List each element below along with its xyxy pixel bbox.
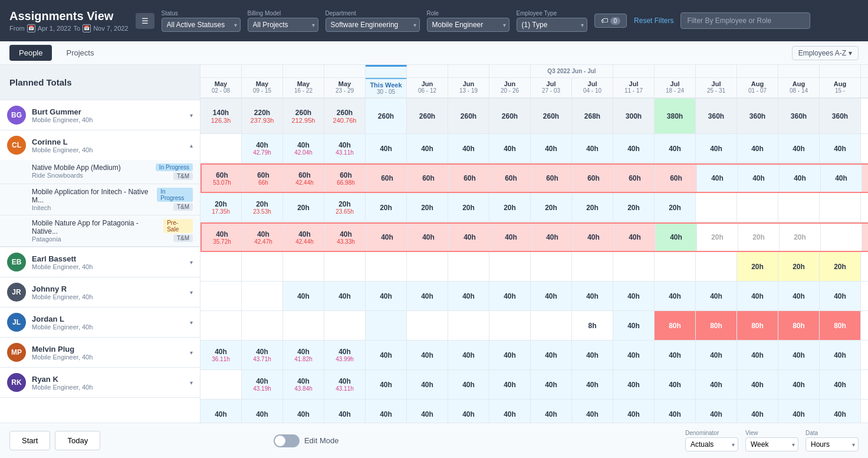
start-button[interactable]: Start bbox=[9, 431, 50, 450]
footer-buttons: Start Today bbox=[9, 431, 100, 450]
employee-info-melvin: Melvin Plug Mobile Engineer, 40h bbox=[32, 345, 190, 361]
role-dropdown-group: Role Mobile Engineer bbox=[427, 10, 509, 32]
burt-cell-12: 40h bbox=[655, 134, 696, 163]
total-cell-13: 360h bbox=[696, 99, 737, 133]
role-dropdown-wrapper: Mobile Engineer bbox=[427, 18, 509, 32]
earl-cell-5: 40h bbox=[366, 282, 407, 310]
employee-melvin-main[interactable]: MP Melvin Plug Mobile Engineer, 40h ▾ bbox=[0, 338, 200, 367]
employee-type-select[interactable]: (1) Type bbox=[517, 18, 587, 32]
project-company-initech: Initech bbox=[32, 204, 157, 211]
earl-cell-6: 40h bbox=[407, 282, 448, 310]
initech-cell-16 bbox=[821, 224, 862, 251]
role-select[interactable]: Mobile Engineer bbox=[427, 18, 509, 32]
total-cell-15: 360h bbox=[778, 99, 820, 133]
employee-row-jordan: JL Jordan L Mobile Engineer, 40h ▾ bbox=[0, 307, 200, 338]
employee-corinne-main[interactable]: CL Corinne L Mobile Engineer, 40h ▴ bbox=[0, 130, 200, 160]
earl-cell-4: 40h bbox=[324, 282, 366, 310]
reset-filters-button[interactable]: Reset Filters bbox=[634, 17, 673, 25]
jordan-cell-14: 40h bbox=[737, 341, 778, 369]
corinne-cell-1: 60h53.07h bbox=[202, 165, 243, 192]
native-cell-12: 20h bbox=[655, 193, 696, 222]
johnny-cell-10: 8h bbox=[572, 311, 613, 340]
initech-cell-12: 40h bbox=[656, 224, 697, 251]
corinne-cell-10: 60h bbox=[573, 165, 614, 192]
status-label: Status bbox=[162, 10, 241, 17]
project-name-native-mobile: Native Mobile App (Medium) bbox=[32, 163, 121, 172]
johnny-cell-16: 80h bbox=[820, 311, 861, 340]
avatar-corinne: CL bbox=[7, 136, 26, 155]
patagonia-cell-2 bbox=[242, 252, 283, 281]
q3-label: Q3 2022 Jun - Jul bbox=[531, 65, 613, 77]
tags-button[interactable]: 🏷 0 bbox=[594, 14, 627, 28]
employee-burt-main[interactable]: BG Burt Gummer Mobile Engineer, 40h ▾ bbox=[0, 100, 200, 130]
sort-button[interactable]: Employees A-Z ▾ bbox=[792, 46, 859, 60]
initech-cell-13: 20h bbox=[697, 224, 738, 251]
employee-role-corinne: Mobile Engineer, 40h bbox=[32, 146, 190, 153]
ryan-cell-2: 40h bbox=[242, 400, 283, 423]
melvin-cell-7: 40h bbox=[448, 370, 489, 399]
johnny-cell-12: 80h bbox=[655, 311, 696, 340]
billing-select[interactable]: All Projects bbox=[248, 18, 318, 32]
tab-projects[interactable]: Projects bbox=[57, 45, 103, 61]
native-cell-9: 20h bbox=[531, 193, 572, 222]
employee-jordan-main[interactable]: JL Jordan L Mobile Engineer, 40h ▾ bbox=[0, 307, 200, 337]
initech-cell-1: 40h35.72h bbox=[202, 224, 243, 251]
employee-earl-main[interactable]: EB Earl Bassett Mobile Engineer, 40h ▾ bbox=[0, 247, 200, 277]
native-cell-10: 20h bbox=[572, 193, 613, 222]
status-select[interactable]: All Active Statuses bbox=[162, 18, 241, 32]
denominator-label: Denominator bbox=[685, 430, 738, 436]
jordan-cell-8: 40h bbox=[489, 341, 531, 369]
ryan-cell-13: 40h bbox=[696, 400, 737, 423]
department-select[interactable]: Software Engineering bbox=[326, 18, 420, 32]
employee-row-corinne: CL Corinne L Mobile Engineer, 40h ▴ Nati… bbox=[0, 130, 200, 247]
burt-cell-7: 40h bbox=[448, 134, 489, 163]
employee-ryan-main[interactable]: RK Ryan K Mobile Engineer, 40h ▾ bbox=[0, 368, 200, 397]
jordan-cell-2: 40h43.71h bbox=[242, 341, 283, 369]
initech-cell-3: 40h42.44h bbox=[284, 224, 326, 251]
col-header-jul-1: Jul27 - 03 bbox=[531, 78, 572, 97]
native-cell-16 bbox=[820, 193, 861, 222]
project-name-patagonia: Mobile Nature App for Patagonia - Native… bbox=[32, 219, 163, 235]
patagonia-cell-3 bbox=[283, 252, 324, 281]
employee-info-johnny: Johnny R Mobile Engineer, 40h bbox=[32, 284, 190, 300]
data-row-native-mobile: 20h17.35h 20h23.53h 20h 20h23.65h 20h 20… bbox=[200, 193, 868, 223]
tab-people[interactable]: People bbox=[9, 45, 52, 61]
filter-button[interactable]: ☰ bbox=[136, 13, 154, 29]
melvin-cell-14: 40h bbox=[737, 370, 778, 399]
earl-cell-2 bbox=[242, 282, 283, 310]
total-cell-12: 380h bbox=[655, 99, 696, 133]
quarter-header-row: Q3 2022 Jun - Jul bbox=[200, 65, 868, 78]
from-label: From bbox=[9, 25, 25, 32]
melvin-cell-2: 40h43.19h bbox=[242, 370, 283, 399]
jordan-cell-9: 40h bbox=[531, 341, 572, 369]
employee-johnny-main[interactable]: JR Johnny R Mobile Engineer, 40h ▾ bbox=[0, 277, 200, 307]
denominator-select[interactable]: Actuals bbox=[685, 437, 738, 452]
q-empty-11 bbox=[737, 65, 778, 77]
johnny-cell-8 bbox=[489, 311, 531, 340]
project-row-initech: Mobile Application for Initech - Native … bbox=[0, 184, 200, 215]
ryan-cell-16: 40h bbox=[820, 400, 861, 423]
search-input[interactable] bbox=[680, 12, 810, 29]
avatar-johnny: JR bbox=[7, 283, 26, 302]
ryan-cell-15: 40h bbox=[778, 400, 820, 423]
johnny-cell-3 bbox=[283, 311, 324, 340]
department-dropdown-group: Department Software Engineering bbox=[326, 10, 420, 32]
status-dropdown-group: Status All Active Statuses bbox=[162, 10, 241, 32]
total-cell-6: 260h bbox=[407, 99, 448, 133]
col-header-aug-1: Aug01 - 07 bbox=[737, 78, 778, 97]
q-empty-4 bbox=[324, 65, 366, 77]
view-select[interactable]: Week bbox=[745, 437, 798, 452]
data-select[interactable]: Hours bbox=[805, 437, 859, 452]
melvin-cell-5: 40h bbox=[366, 370, 407, 399]
q-empty-7 bbox=[489, 65, 531, 77]
patagonia-cell-6 bbox=[407, 252, 448, 281]
chevron-melvin: ▾ bbox=[190, 349, 193, 356]
patagonia-cell-14: 20h bbox=[737, 252, 778, 281]
today-button[interactable]: Today bbox=[55, 431, 100, 450]
total-cell-5: 260h bbox=[366, 99, 407, 133]
burt-cell-6: 40h bbox=[407, 134, 448, 163]
edit-mode-switch[interactable] bbox=[274, 434, 300, 447]
q-empty-3 bbox=[283, 65, 324, 77]
footer: Start Today Edit Mode Denominator Actual… bbox=[0, 423, 868, 458]
total-cell-1: 140h126.3h bbox=[200, 99, 242, 133]
